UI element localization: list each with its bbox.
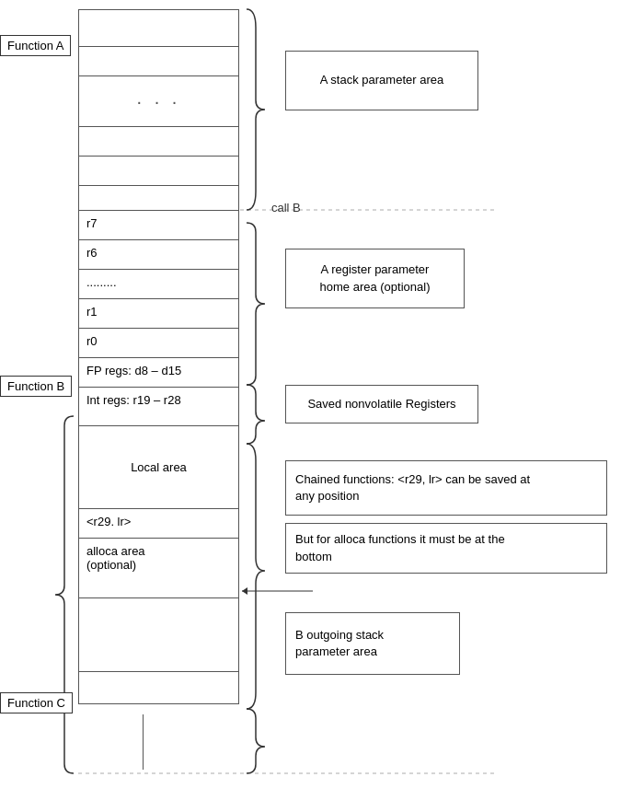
stack-row-r6: r6	[78, 239, 239, 269]
svg-marker-3	[242, 587, 247, 595]
stack-row-dots2: .........	[78, 269, 239, 298]
stack-row-before-c	[78, 671, 239, 703]
stack-row-b-outgoing	[78, 597, 239, 671]
stack-row-r7: r7	[78, 210, 239, 239]
stack-row-param5	[78, 185, 239, 210]
anno-reg-param-home: A register parameter home area (optional…	[285, 249, 465, 308]
stack-row-r1: r1	[78, 298, 239, 328]
stack-row-bottom	[78, 703, 239, 704]
diagram-container: Function A · · · call B r7 r6 ......... …	[0, 0, 644, 812]
func-label-a: Function A	[0, 35, 71, 56]
anno-saved-nonvolatile: Saved nonvolatile Registers	[285, 385, 478, 423]
stack-row-r29-lr: <r29. lr>	[78, 508, 239, 538]
anno-stack-param-area: A stack parameter area	[285, 51, 478, 110]
stack-row-empty-top	[78, 9, 239, 46]
stack-row-r0: r0	[78, 328, 239, 357]
stack-row-local-area: Local area	[78, 425, 239, 508]
stack-row-param4	[78, 156, 239, 185]
stack-row-param1	[78, 46, 239, 75]
call-b-label: call B	[271, 201, 301, 215]
stack-row-int-regs: Int regs: r19 – r28	[78, 387, 239, 425]
stack-continuation	[143, 714, 144, 770]
anno-alloca-note: But for alloca functions it must be at t…	[285, 523, 607, 574]
anno-b-outgoing: B outgoing stack parameter area	[285, 612, 460, 675]
stack-row-alloca: alloca area (optional)	[78, 538, 239, 597]
stack-row-param3	[78, 126, 239, 156]
func-label-b: Function B	[0, 376, 72, 397]
stack-row-fp-regs: FP regs: d8 – d15	[78, 357, 239, 387]
stack-row-dots: · · ·	[78, 75, 239, 126]
anno-chained-functions: Chained functions: <r29, lr> can be save…	[285, 460, 607, 516]
func-label-c: Function C	[0, 692, 73, 713]
